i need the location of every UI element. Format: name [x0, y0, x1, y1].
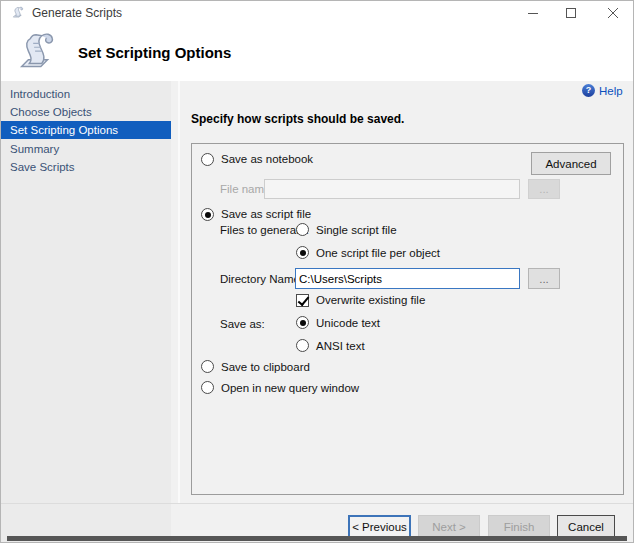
directory-browse-button[interactable]: ... [528, 268, 560, 289]
save-as-notebook-radio[interactable] [201, 153, 214, 166]
ansi-text-label[interactable]: ANSI text [316, 340, 365, 352]
directory-name-label: Directory Name: [220, 273, 303, 285]
next-button: Next > [418, 515, 480, 538]
cancel-button[interactable]: Cancel [557, 515, 615, 538]
sidebar-item-set-scripting-options[interactable]: Set Scripting Options [1, 121, 171, 139]
save-as-script-file-radio[interactable] [201, 208, 214, 221]
unicode-text-radio[interactable] [296, 316, 309, 329]
single-script-file-label[interactable]: Single script file [316, 224, 397, 236]
single-script-file-radio[interactable] [296, 223, 309, 236]
scroll-icon-large [13, 30, 61, 76]
close-button[interactable] [595, 1, 631, 25]
one-script-file-per-object-label[interactable]: One script file per object [316, 247, 440, 259]
footer-divider [1, 503, 634, 504]
window-title: Generate Scripts [32, 6, 122, 20]
minimize-icon [528, 8, 538, 18]
save-as-script-file-label[interactable]: Save as script file [221, 208, 311, 220]
open-in-new-query-window-label[interactable]: Open in new query window [221, 382, 359, 394]
generate-scripts-window: Generate Scripts Set Scripting Options I… [0, 0, 634, 543]
save-as-notebook-label[interactable]: Save as notebook [221, 153, 313, 165]
help-icon: ? [582, 84, 595, 97]
close-icon [608, 8, 618, 18]
file-name-browse-button: ... [528, 179, 560, 199]
page-title: Set Scripting Options [78, 44, 231, 61]
sidebar-divider [178, 81, 180, 503]
wizard-steps-sidebar: Introduction Choose Objects Set Scriptin… [1, 81, 171, 543]
title-bar: Generate Scripts [1, 1, 633, 25]
scroll-icon [11, 6, 25, 20]
help-link[interactable]: ? Help [582, 84, 623, 97]
section-heading: Specify how scripts should be saved. [191, 112, 404, 126]
ansi-text-radio[interactable] [296, 339, 309, 352]
advanced-button[interactable]: Advanced [531, 152, 611, 175]
overwrite-existing-file-checkbox[interactable] [296, 294, 309, 307]
sidebar-item-summary[interactable]: Summary [1, 140, 171, 158]
window-bottom-edge [7, 536, 627, 541]
maximize-button[interactable] [553, 1, 589, 25]
directory-name-input[interactable] [295, 268, 520, 289]
save-to-clipboard-label[interactable]: Save to clipboard [221, 361, 310, 373]
one-script-file-per-object-radio[interactable] [296, 246, 309, 259]
overwrite-existing-file-label[interactable]: Overwrite existing file [316, 294, 425, 306]
unicode-text-label[interactable]: Unicode text [316, 317, 380, 329]
sidebar-item-save-scripts[interactable]: Save Scripts [1, 158, 171, 176]
help-label: Help [599, 85, 623, 97]
previous-button[interactable]: < Previous [348, 515, 411, 538]
sidebar-item-choose-objects[interactable]: Choose Objects [1, 103, 171, 121]
save-options-groupbox: Save as notebook Advanced File name: ...… [191, 143, 624, 495]
save-to-clipboard-radio[interactable] [201, 360, 214, 373]
wizard-body: Introduction Choose Objects Set Scriptin… [1, 81, 634, 543]
save-as-label: Save as: [220, 318, 265, 330]
open-in-new-query-window-radio[interactable] [201, 381, 214, 394]
file-name-input [264, 179, 520, 199]
maximize-icon [566, 8, 576, 18]
finish-button: Finish [488, 515, 550, 538]
sidebar-item-introduction[interactable]: Introduction [1, 85, 171, 103]
minimize-button[interactable] [515, 1, 551, 25]
